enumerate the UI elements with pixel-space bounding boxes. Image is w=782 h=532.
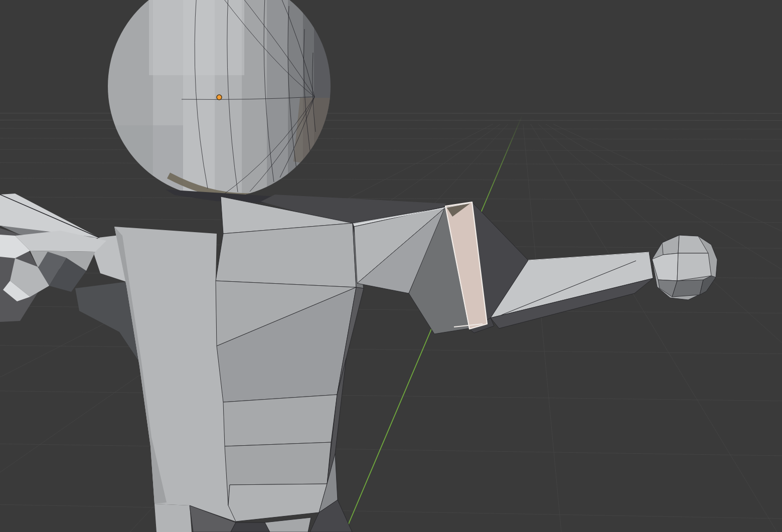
3d-viewport[interactable] <box>0 0 782 532</box>
fist-bottom-mid[interactable] <box>672 280 703 297</box>
object-origin-dot[interactable] <box>217 95 222 100</box>
torso-chest-1[interactable] <box>216 223 356 287</box>
head-top-light <box>149 0 244 75</box>
torso-chest-4[interactable] <box>223 395 337 446</box>
fist-mid-right[interactable] <box>677 253 711 281</box>
left-hip-light[interactable] <box>154 504 192 532</box>
hip-dark-mid[interactable] <box>231 522 270 532</box>
viewport-canvas[interactable] <box>0 0 782 532</box>
